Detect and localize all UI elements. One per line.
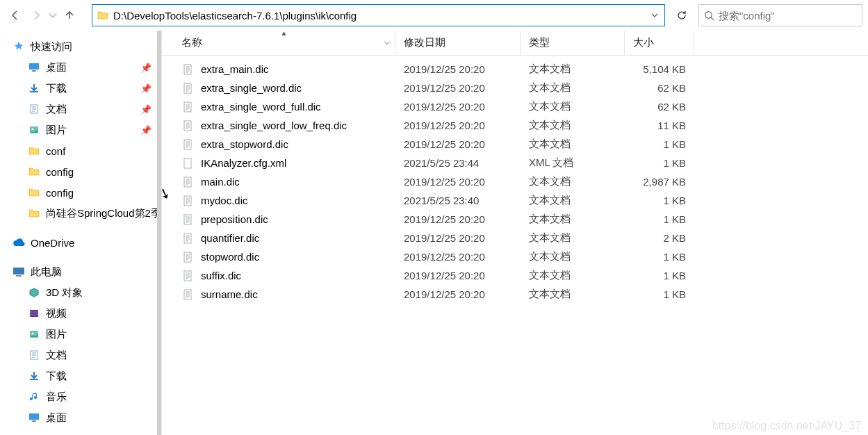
file-row[interactable]: quantifier.dic2019/12/25 20:20文本文档2 KB <box>173 229 868 247</box>
sidebar-item-4[interactable]: conf <box>0 140 161 161</box>
file-icon <box>181 195 194 207</box>
file-type: 文本文档 <box>521 175 625 188</box>
sidebar-item-2[interactable]: 文档📌 <box>0 99 161 120</box>
sidebar-item-label: config <box>46 187 74 199</box>
sidebar-item-0[interactable]: 桌面📌 <box>0 57 161 78</box>
file-type: 文本文档 <box>521 100 625 113</box>
pc-item-1[interactable]: 视频 <box>0 303 161 324</box>
sidebar-item-7[interactable]: 尚硅谷SpringCloud第2季 <box>0 203 161 224</box>
pc-item-label: 3D 对象 <box>46 286 83 299</box>
sidebar-item-3[interactable]: 图片📌 <box>0 120 161 140</box>
pc-icon <box>13 265 25 278</box>
folder-icon <box>95 10 110 21</box>
file-row[interactable]: extra_single_word_low_freq.dic2019/12/25… <box>173 116 868 135</box>
sidebar-item-label: 下载 <box>46 82 67 95</box>
pc-item-6[interactable]: 桌面 <box>0 407 161 428</box>
file-icon <box>181 213 194 226</box>
sidebar-item-5[interactable]: config <box>0 161 161 182</box>
file-row[interactable]: mydoc.dic2021/5/25 23:40文本文档1 KB <box>173 191 868 210</box>
svg-rect-3 <box>30 91 38 92</box>
file-date: 2019/12/25 20:20 <box>395 270 521 281</box>
file-size: 1 KB <box>625 195 694 206</box>
refresh-button[interactable] <box>668 4 696 26</box>
file-date: 2021/5/25 23:40 <box>395 195 521 206</box>
back-button[interactable] <box>6 6 25 25</box>
file-row[interactable]: surname.dic2019/12/25 20:20文本文档1 KB <box>173 285 868 304</box>
col-name[interactable]: ▲ 名称 <box>173 31 395 55</box>
svg-rect-8 <box>16 275 22 277</box>
pin-icon: 📌 <box>140 63 152 73</box>
pc-item-2[interactable]: 图片 <box>0 324 161 345</box>
file-name: surname.dic <box>201 288 258 300</box>
col-type[interactable]: 类型 <box>521 31 625 55</box>
file-size: 2 KB <box>625 232 694 244</box>
onedrive-label: OneDrive <box>31 237 74 249</box>
file-icon <box>181 101 194 113</box>
file-type: 文本文档 <box>521 213 625 226</box>
search-input[interactable] <box>719 10 862 22</box>
file-row[interactable]: extra_single_word_full.dic2019/12/25 20:… <box>173 97 868 116</box>
quick-access[interactable]: 快速访问 <box>0 36 161 57</box>
file-row[interactable]: IKAnalyzer.cfg.xml2021/5/25 23:44XML 文档1… <box>173 154 868 172</box>
col-date[interactable]: 修改日期 <box>395 31 521 55</box>
file-size: 1 KB <box>625 138 694 150</box>
file-name: extra_single_word_low_freq.dic <box>201 120 347 131</box>
file-size: 1 KB <box>625 213 694 225</box>
pin-icon: 📌 <box>140 83 152 94</box>
file-name: preposition.dic <box>201 213 268 225</box>
file-date: 2019/12/25 20:20 <box>395 232 521 244</box>
file-date: 2019/12/25 20:20 <box>395 176 521 188</box>
quick-access-label: 快速访问 <box>31 40 72 54</box>
music-icon <box>28 391 40 403</box>
file-row[interactable]: suffix.dic2019/12/25 20:20文本文档1 KB <box>173 266 868 285</box>
file-date: 2021/5/25 23:44 <box>395 157 521 169</box>
sidebar-item-1[interactable]: 下载📌 <box>0 78 161 99</box>
3d-icon <box>28 286 40 299</box>
up-button[interactable] <box>60 6 79 25</box>
file-type: 文本文档 <box>521 138 625 151</box>
nav-buttons <box>6 6 79 25</box>
pc-item-4[interactable]: 下载 <box>0 366 161 386</box>
forward-button[interactable] <box>26 6 46 25</box>
file-type: 文本文档 <box>521 63 625 76</box>
documents-icon <box>28 103 40 115</box>
file-row[interactable]: main.dic2019/12/25 20:20文本文档2,987 KB <box>173 172 868 191</box>
folder-icon <box>28 145 40 157</box>
chevron-down-icon[interactable] <box>645 11 664 19</box>
svg-rect-2 <box>32 70 36 72</box>
file-name: extra_main.dic <box>201 63 269 75</box>
address-text: D:\DevelopTools\elasticsearch-7.6.1\plug… <box>110 10 645 22</box>
col-size[interactable]: 大小 <box>625 31 694 55</box>
file-icon <box>181 82 194 95</box>
file-size: 1 KB <box>625 157 694 169</box>
file-type: 文本文档 <box>521 231 625 245</box>
file-type: 文本文档 <box>521 194 625 207</box>
this-pc[interactable]: 此电脑 <box>0 261 161 282</box>
address-bar[interactable]: D:\DevelopTools\elasticsearch-7.6.1\plug… <box>92 4 665 26</box>
sidebar-item-6[interactable]: config <box>0 182 161 203</box>
file-icon <box>181 176 194 188</box>
file-row[interactable]: stopword.dic2019/12/25 20:20文本文档1 KB <box>173 247 868 266</box>
file-icon <box>181 270 194 282</box>
svg-rect-13 <box>30 379 38 380</box>
col-name-label: 名称 <box>181 36 202 49</box>
folder-icon <box>28 165 40 178</box>
recent-dropdown-icon[interactable] <box>47 6 58 25</box>
file-row[interactable]: preposition.dic2019/12/25 20:20文本文档1 KB <box>173 210 868 229</box>
file-row[interactable]: extra_main.dic2019/12/25 20:20文本文档5,104 … <box>173 60 868 79</box>
file-pane: ▲ 名称 修改日期 类型 大小 ➘ extra_main.dic2019/12/… <box>162 31 868 435</box>
file-list: extra_main.dic2019/12/25 20:20文本文档5,104 … <box>162 56 868 304</box>
file-size: 11 KB <box>625 120 694 131</box>
file-name: extra_single_word.dic <box>201 82 302 94</box>
file-row[interactable]: extra_single_word.dic2019/12/25 20:20文本文… <box>173 79 868 97</box>
sidebar-item-label: 图片 <box>46 124 67 137</box>
pc-item-0[interactable]: 3D 对象 <box>0 282 161 303</box>
pc-item-3[interactable]: 文档 <box>0 345 161 366</box>
file-row[interactable]: extra_stopword.dic2019/12/25 20:20文本文档1 … <box>173 135 868 154</box>
pc-item-5[interactable]: 音乐 <box>0 386 161 407</box>
onedrive[interactable]: OneDrive <box>0 232 161 253</box>
splitter[interactable] <box>157 31 161 435</box>
chevron-down-icon[interactable] <box>384 37 391 49</box>
file-size: 62 KB <box>625 101 694 113</box>
search-box[interactable] <box>698 4 862 26</box>
